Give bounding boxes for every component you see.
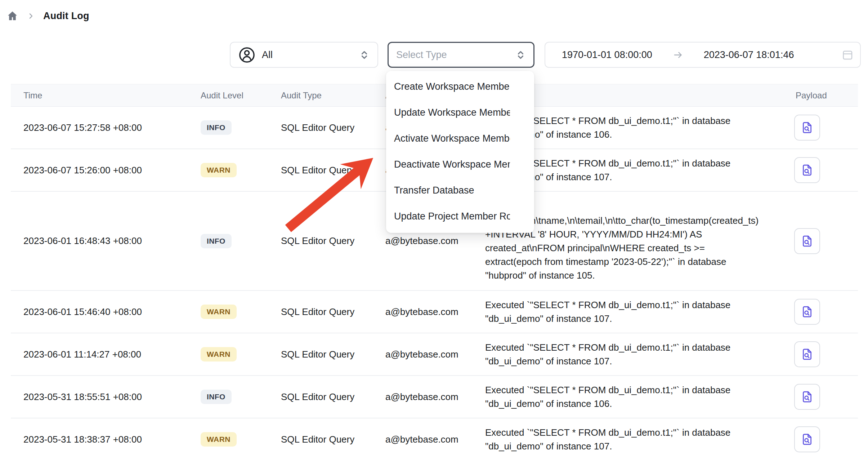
audit-level-badge: INFO bbox=[201, 390, 232, 404]
payload-view-button[interactable] bbox=[794, 384, 820, 410]
type-filter-dropdown: Create Workspace Member Update Workspace… bbox=[386, 71, 534, 233]
cell-audit-type: SQL Editor Query bbox=[281, 122, 385, 133]
cell-payload bbox=[783, 341, 858, 367]
cell-payload bbox=[783, 299, 858, 325]
arrow-right-icon bbox=[672, 49, 684, 61]
filter-bar: All Select Type 1970-01-01 08:00:00 2023… bbox=[230, 42, 861, 68]
cell-audit-level: WARN bbox=[201, 163, 281, 177]
table-row: 2023-06-01 15:46:40 +08:00 WARN SQL Edit… bbox=[11, 291, 858, 333]
payload-view-button[interactable] bbox=[794, 341, 820, 367]
payload-view-button[interactable] bbox=[794, 228, 820, 254]
cell-time: 2023-05-31 18:55:51 +08:00 bbox=[11, 391, 201, 403]
actor-filter-select[interactable]: All bbox=[230, 42, 378, 68]
calendar-icon[interactable] bbox=[841, 49, 854, 61]
cell-time: 2023-06-07 15:26:00 +08:00 bbox=[11, 165, 201, 176]
time-range-end-input[interactable]: 2023-06-07 18:01:46 bbox=[704, 49, 794, 61]
actor-filter-value: All bbox=[262, 49, 273, 61]
cell-actor: a@bytebase.com bbox=[385, 306, 485, 318]
header-audit-level: Audit Level bbox=[201, 90, 281, 101]
cell-comment: Executed `"SELECT * FROM db_ui_demo.t1;"… bbox=[485, 291, 783, 333]
cell-comment: Executed `"SELECT * FROM db_ui_demo.t1;"… bbox=[485, 418, 783, 457]
cell-actor: a@bytebase.com bbox=[385, 434, 485, 445]
cell-payload bbox=[783, 426, 858, 452]
cell-audit-type: SQL Editor Query bbox=[281, 391, 385, 403]
cell-payload bbox=[783, 115, 858, 141]
chevron-right-icon bbox=[27, 12, 35, 20]
cell-actor: a@bytebase.com bbox=[385, 235, 485, 247]
breadcrumb: Audit Log bbox=[6, 9, 89, 23]
dropdown-option[interactable]: Transfer Database bbox=[386, 177, 510, 203]
header-audit-type: Audit Type bbox=[281, 90, 385, 101]
cell-audit-type: SQL Editor Query bbox=[281, 434, 385, 445]
audit-log-page: Audit Log All Select Type 1970-01-01 bbox=[0, 0, 868, 457]
audit-level-badge: WARN bbox=[201, 163, 237, 177]
cell-comment: Executed `"SELECT * FROM db_ui_demo.t1;"… bbox=[485, 376, 783, 418]
cell-payload bbox=[783, 384, 858, 410]
audit-level-badge: WARN bbox=[201, 305, 237, 319]
payload-view-button[interactable] bbox=[794, 426, 820, 452]
cell-audit-level: INFO bbox=[201, 120, 281, 135]
cell-audit-level: WARN bbox=[201, 305, 281, 319]
cell-payload bbox=[783, 157, 858, 183]
dropdown-option[interactable]: Activate Workspace Member bbox=[386, 125, 510, 151]
table-row: 2023-06-01 11:14:27 +08:00 WARN SQL Edit… bbox=[11, 333, 858, 376]
cell-audit-type: SQL Editor Query bbox=[281, 235, 385, 247]
cell-actor: a@bytebase.com bbox=[385, 391, 485, 403]
table-row: 2023-05-31 18:38:37 +08:00 WARN SQL Edit… bbox=[11, 418, 858, 457]
dropdown-option[interactable]: Update Workspace Member Role bbox=[386, 99, 510, 125]
cell-audit-level: INFO bbox=[201, 234, 281, 248]
time-range-picker[interactable]: 1970-01-01 08:00:00 2023-06-07 18:01:46 bbox=[545, 42, 861, 68]
cell-time: 2023-06-01 16:48:43 +08:00 bbox=[11, 235, 201, 247]
chevron-up-down-icon bbox=[359, 50, 370, 60]
dropdown-option[interactable]: Update Project Member Role bbox=[386, 203, 510, 229]
dropdown-option[interactable]: Create Workspace Member bbox=[386, 74, 510, 99]
cell-actor: a@bytebase.com bbox=[385, 349, 485, 360]
audit-level-badge: WARN bbox=[201, 347, 237, 361]
cell-audit-type: SQL Editor Query bbox=[281, 165, 385, 176]
payload-view-button[interactable] bbox=[794, 299, 820, 325]
header-time: Time bbox=[11, 90, 201, 101]
dropdown-option[interactable]: Deactivate Workspace Member bbox=[386, 151, 510, 177]
cell-time: 2023-06-01 11:14:27 +08:00 bbox=[11, 349, 201, 360]
header-payload: Payload bbox=[783, 90, 858, 101]
cell-audit-level: WARN bbox=[201, 347, 281, 361]
audit-level-badge: INFO bbox=[201, 120, 232, 135]
cell-audit-type: SQL Editor Query bbox=[281, 306, 385, 318]
type-filter-placeholder: Select Type bbox=[396, 49, 447, 61]
cell-audit-level: INFO bbox=[201, 390, 281, 404]
cell-audit-level: WARN bbox=[201, 432, 281, 447]
cell-time: 2023-05-31 18:38:37 +08:00 bbox=[11, 434, 201, 445]
payload-view-button[interactable] bbox=[794, 115, 820, 141]
audit-level-badge: WARN bbox=[201, 432, 237, 447]
cell-time: 2023-06-07 15:27:58 +08:00 bbox=[11, 122, 201, 133]
cell-audit-type: SQL Editor Query bbox=[281, 349, 385, 360]
cell-time: 2023-06-01 15:46:40 +08:00 bbox=[11, 306, 201, 318]
page-title: Audit Log bbox=[43, 10, 89, 22]
audit-level-badge: INFO bbox=[201, 234, 232, 248]
table-row: 2023-05-31 18:55:51 +08:00 INFO SQL Edit… bbox=[11, 376, 858, 418]
cell-comment: Executed `"SELECT * FROM db_ui_demo.t1;"… bbox=[485, 333, 783, 375]
home-icon[interactable] bbox=[6, 10, 18, 22]
user-circle-icon bbox=[238, 46, 255, 63]
payload-view-button[interactable] bbox=[794, 157, 820, 183]
cell-payload bbox=[783, 228, 858, 254]
chevron-up-down-icon bbox=[515, 50, 526, 60]
time-range-start-input[interactable]: 1970-01-01 08:00:00 bbox=[562, 49, 652, 61]
type-filter-select[interactable]: Select Type bbox=[388, 42, 534, 68]
